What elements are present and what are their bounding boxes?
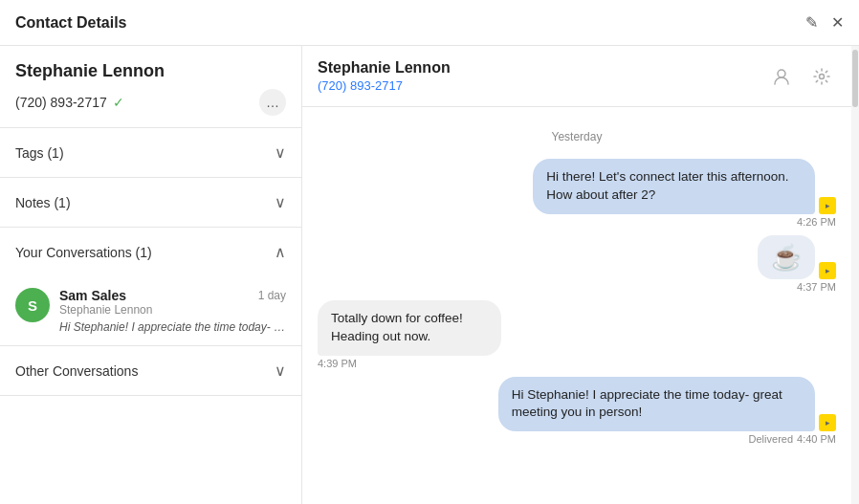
conv-time: 1 day <box>258 289 286 302</box>
chat-panel: Stephanie Lennon (720) 893-2717 <box>302 46 851 504</box>
verified-icon: ✓ <box>113 95 124 110</box>
other-conversations-chevron <box>275 362 286 380</box>
scroll-track[interactable] <box>851 46 859 504</box>
other-conversations-header[interactable]: Other Conversations <box>0 346 301 395</box>
message-meta: 4:37 PM <box>797 281 836 293</box>
chat-button[interactable]: … <box>259 89 286 116</box>
scroll-thumb <box>852 50 858 107</box>
message-text: Hi there! Let's connect later this after… <box>546 169 788 202</box>
sidebar: Stephanie Lennon (720) 893-2717 ✓ … Tags… <box>0 46 302 504</box>
message-block: Hi there! Let's connect later this after… <box>318 159 836 228</box>
bubble: Totally down for coffee! Heading out now… <box>318 300 501 356</box>
message-status: Delivered <box>749 433 793 445</box>
other-conversations-label: Other Conversations <box>15 363 138 379</box>
tags-accordion-header[interactable]: Tags (1) <box>0 128 301 177</box>
message-row: Hi Stephanie! I appreciate the time toda… <box>384 377 836 432</box>
sender-avatar: ▸ <box>819 414 836 431</box>
tags-section: Tags (1) <box>0 128 301 178</box>
chat-header-left: Stephanie Lennon (720) 893-2717 <box>318 59 451 93</box>
messages-area[interactable]: Yesterday Hi there! Let's connect later … <box>302 107 851 504</box>
sender-avatar: ▸ <box>819 197 836 214</box>
message-meta: Delivered 4:40 PM <box>749 433 836 445</box>
message-row: ☕ ▸ <box>758 235 836 279</box>
contact-phone-row: (720) 893-2717 ✓ … <box>15 89 286 116</box>
date-divider: Yesterday <box>318 130 836 143</box>
message-block: Totally down for coffee! Heading out now… <box>318 300 836 369</box>
main-layout: Stephanie Lennon (720) 893-2717 ✓ … Tags… <box>0 46 859 504</box>
conv-info: Sam Sales 1 day Stephanie Lennon Hi Step… <box>59 288 286 334</box>
settings-icon[interactable] <box>807 62 836 91</box>
notes-chevron <box>275 193 286 211</box>
conv-sub: Stephanie Lennon <box>59 303 286 317</box>
chat-header-actions <box>767 62 836 91</box>
conv-name-row: Sam Sales 1 day <box>59 288 286 303</box>
message-block: Hi Stephanie! I appreciate the time toda… <box>318 377 836 446</box>
message-time: 4:40 PM <box>797 433 836 445</box>
your-conversations-header[interactable]: Your Conversations (1) <box>0 228 301 276</box>
tags-chevron <box>275 143 286 162</box>
phone-number: (720) 893-2717 <box>15 95 107 110</box>
message-row: Hi there! Let's connect later this after… <box>433 159 836 214</box>
your-conversations-chevron <box>275 243 286 261</box>
title-bar: Contact Details ✎ ✕ <box>0 0 859 46</box>
chat-contact-name: Stephanie Lennon <box>318 59 451 77</box>
title-bar-title: Contact Details <box>15 14 126 32</box>
chat-icon: … <box>266 95 279 110</box>
message-meta: 4:39 PM <box>318 358 357 369</box>
contact-name: Stephanie Lennon <box>15 61 286 81</box>
conv-name: Sam Sales <box>59 288 126 303</box>
svg-point-0 <box>778 70 785 77</box>
message-text: Hi Stephanie! I appreciate the time toda… <box>512 387 782 420</box>
your-conversations-label: Your Conversations (1) <box>15 245 152 260</box>
your-conversations-section: Your Conversations (1) S Sam Sales 1 day… <box>0 228 301 346</box>
person-icon[interactable] <box>767 62 796 91</box>
emoji-bubble: ☕ <box>758 235 815 279</box>
conv-preview: Hi Stephanie! I appreciate the time toda… <box>59 320 286 334</box>
message-meta: 4:26 PM <box>797 216 836 228</box>
message-time: 4:37 PM <box>797 281 836 293</box>
bubble: Hi there! Let's connect later this after… <box>533 159 815 214</box>
notes-accordion-header[interactable]: Notes (1) <box>0 178 301 227</box>
contact-header: Stephanie Lennon (720) 893-2717 ✓ … <box>0 46 301 128</box>
avatar: S <box>15 288 50 322</box>
message-text: Totally down for coffee! Heading out now… <box>331 311 463 343</box>
bubble: Hi Stephanie! I appreciate the time toda… <box>498 377 815 432</box>
tags-label: Tags (1) <box>15 145 64 161</box>
edit-icon[interactable]: ✎ <box>805 13 818 32</box>
notes-section: Notes (1) <box>0 178 301 228</box>
notes-label: Notes (1) <box>15 195 71 210</box>
message-time: 4:26 PM <box>797 216 836 228</box>
sender-avatar: ▸ <box>819 262 836 279</box>
title-bar-actions: ✎ ✕ <box>805 13 844 32</box>
chat-phone: (720) 893-2717 <box>318 78 451 93</box>
close-icon[interactable]: ✕ <box>831 13 844 32</box>
message-row: Totally down for coffee! Heading out now… <box>318 300 580 356</box>
chat-header: Stephanie Lennon (720) 893-2717 <box>302 46 851 107</box>
other-conversations-section: Other Conversations <box>0 346 301 396</box>
contact-phone: (720) 893-2717 ✓ <box>15 95 124 110</box>
message-time: 4:39 PM <box>318 358 357 369</box>
message-block: ☕ ▸ 4:37 PM <box>318 235 836 293</box>
svg-point-1 <box>820 74 825 78</box>
conversation-item[interactable]: S Sam Sales 1 day Stephanie Lennon Hi St… <box>0 276 301 345</box>
